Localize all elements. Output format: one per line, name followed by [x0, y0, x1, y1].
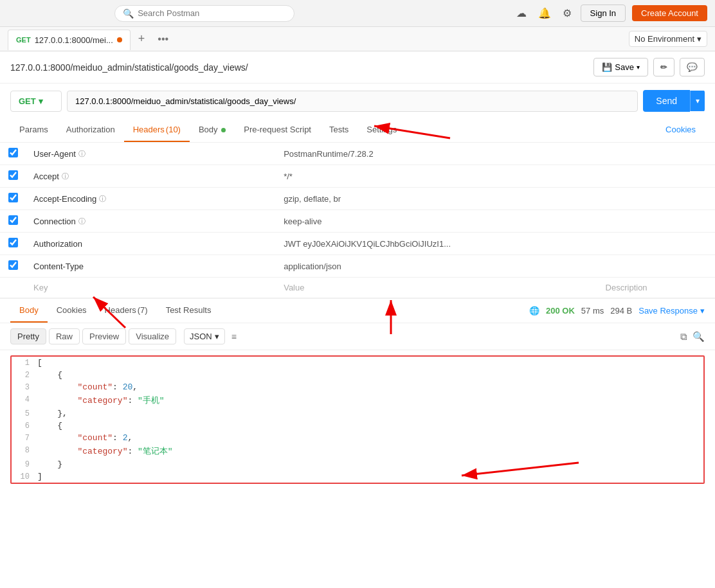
header-key-5: Authorization: [33, 239, 268, 249]
code-line: 10 ]: [12, 470, 703, 483]
code-line: 4 "category": "手机": [12, 393, 703, 407]
header-key-4: Connection ⓘ: [33, 217, 268, 226]
header-value-3: gzip, deflate, br: [284, 194, 341, 204]
more-tabs-button[interactable]: •••: [152, 31, 174, 48]
table-row: Authorization JWT eyJ0eXAiOiJKV1QiLCJhbG…: [0, 233, 715, 255]
sign-in-button[interactable]: Sign In: [581, 4, 626, 22]
tab-tests[interactable]: Tests: [320, 118, 358, 142]
header-value-2: */*: [284, 172, 293, 181]
resp-tab-cookies[interactable]: Cookies: [48, 299, 96, 323]
placeholder-value: Value: [284, 283, 304, 292]
header-value-1: PostmanRuntime/7.28.2: [284, 149, 373, 159]
table-row-placeholder: Key Value Description: [0, 278, 715, 298]
cloud-icon[interactable]: ☁: [514, 4, 529, 22]
save-label: Save: [615, 62, 634, 72]
save-button[interactable]: 💾 Save ▾: [593, 58, 648, 76]
create-account-button[interactable]: Create Account: [632, 5, 707, 21]
raw-button[interactable]: Raw: [49, 328, 80, 344]
header-key-3: Accept-Encoding ⓘ: [33, 194, 268, 204]
info-icon-3[interactable]: ⓘ: [99, 194, 106, 204]
headers-scroll[interactable]: User-Agent ⓘ PostmanRuntime/7.28.2 Accep…: [0, 143, 715, 298]
tab-cookies[interactable]: Cookies: [656, 118, 705, 142]
placeholder-description: Description: [606, 283, 647, 292]
code-line: 2 {: [12, 369, 703, 381]
resp-tab-headers[interactable]: Headers(7): [96, 299, 157, 323]
tab-body[interactable]: Body: [190, 118, 235, 142]
table-row: Accept ⓘ */*: [0, 165, 715, 188]
comment-icon: 💬: [687, 62, 698, 72]
resp-tab-body[interactable]: Body: [10, 299, 48, 323]
resp-tab-test-results[interactable]: Test Results: [157, 299, 221, 323]
save-response-chevron-icon: ▾: [700, 306, 705, 316]
send-main-button[interactable]: Send: [643, 90, 690, 112]
header-checkbox-2[interactable]: [8, 170, 18, 180]
response-code-area[interactable]: 1 [ 2 { 3 "count": 20, 4 "category": "手机…: [10, 355, 705, 484]
tab-settings[interactable]: Settings: [358, 118, 406, 142]
filter-button[interactable]: ≡: [228, 329, 240, 344]
request-line: GET ▾ Send ▾: [0, 84, 715, 118]
tab-modified-dot: [117, 37, 122, 42]
header-value-6: application/json: [284, 262, 341, 271]
search-button[interactable]: 🔍: [692, 331, 705, 343]
visualize-button[interactable]: Visualize: [129, 328, 176, 344]
code-line: 9 }: [12, 458, 703, 470]
request-tab[interactable]: GET 127.0.0.1:8000/mei...: [8, 30, 131, 50]
format-selector[interactable]: JSON ▾: [184, 328, 225, 344]
header-key-6: Content-Type: [33, 262, 268, 271]
tab-authorization[interactable]: Authorization: [57, 118, 124, 142]
info-icon-1[interactable]: ⓘ: [78, 149, 86, 159]
send-button-group: Send ▾: [643, 90, 705, 112]
header-checkbox-1[interactable]: [8, 148, 18, 157]
header-key-2: Accept ⓘ: [33, 172, 268, 181]
code-line: 8 "category": "笔记本": [12, 444, 703, 458]
url-input[interactable]: [67, 91, 638, 112]
status-ok-badge: 200 OK: [546, 306, 575, 316]
tab-pre-request[interactable]: Pre-request Script: [235, 118, 320, 142]
top-bar: 🔍 ☁ 🔔 ⚙ Sign In Create Account: [0, 0, 715, 27]
save-response-button[interactable]: Save Response ▾: [638, 306, 705, 316]
format-label: JSON: [190, 332, 212, 341]
code-line: 1 [: [12, 357, 703, 369]
pretty-button[interactable]: Pretty: [10, 328, 46, 344]
add-tab-button[interactable]: +: [133, 30, 150, 48]
env-label: No Environment: [635, 34, 694, 44]
header-key-1: User-Agent ⓘ: [33, 149, 268, 159]
environment-selector[interactable]: No Environment ▾: [629, 31, 707, 47]
chevron-down-icon: ▾: [697, 34, 701, 44]
response-body-toolbar: Pretty Raw Preview Visualize JSON ▾ ≡ ⧉ …: [0, 323, 715, 350]
response-section: Body Cookies Headers(7) Test Results 🌐 2…: [0, 298, 715, 484]
table-row: User-Agent ⓘ PostmanRuntime/7.28.2: [0, 143, 715, 165]
headers-table: User-Agent ⓘ PostmanRuntime/7.28.2 Accep…: [0, 143, 715, 298]
comment-button[interactable]: 💬: [680, 58, 705, 76]
copy-button[interactable]: ⧉: [680, 331, 687, 343]
send-dropdown-button[interactable]: ▾: [690, 91, 705, 111]
gear-icon[interactable]: ⚙: [560, 4, 574, 22]
search-box[interactable]: 🔍: [114, 5, 294, 22]
tab-headers[interactable]: Headers(10): [124, 118, 190, 142]
search-input[interactable]: [138, 8, 286, 18]
header-checkbox-6[interactable]: [8, 260, 18, 270]
search-icon: 🔍: [123, 8, 134, 19]
save-icon: 💾: [602, 62, 612, 72]
edit-button[interactable]: ✏: [653, 58, 674, 76]
code-line: 3 "count": 20,: [12, 381, 703, 393]
table-row: Accept-Encoding ⓘ gzip, deflate, br: [0, 188, 715, 210]
method-selector[interactable]: GET ▾: [10, 91, 62, 112]
header-checkbox-5[interactable]: [8, 238, 18, 247]
save-chevron-icon: ▾: [637, 64, 640, 71]
info-icon-4[interactable]: ⓘ: [78, 217, 86, 226]
preview-button[interactable]: Preview: [82, 328, 126, 344]
tab-method: GET: [16, 36, 31, 44]
bell-icon[interactable]: 🔔: [536, 4, 554, 22]
response-action-icons: ⧉ 🔍: [680, 331, 705, 343]
code-line: 5 },: [12, 407, 703, 420]
table-row: Connection ⓘ keep-alive: [0, 210, 715, 233]
placeholder-key: Key: [33, 283, 48, 292]
tab-params[interactable]: Params: [10, 118, 57, 142]
header-value-5: JWT eyJ0eXAiOiJKV1QiLCJhbGciOiJIUzI1...: [284, 239, 451, 249]
pencil-icon: ✏: [660, 62, 667, 72]
info-icon-2[interactable]: ⓘ: [62, 172, 69, 181]
header-checkbox-4[interactable]: [8, 215, 18, 225]
header-checkbox-3[interactable]: [8, 193, 18, 202]
response-tabs: Body Cookies Headers(7) Test Results 🌐 2…: [0, 299, 715, 323]
